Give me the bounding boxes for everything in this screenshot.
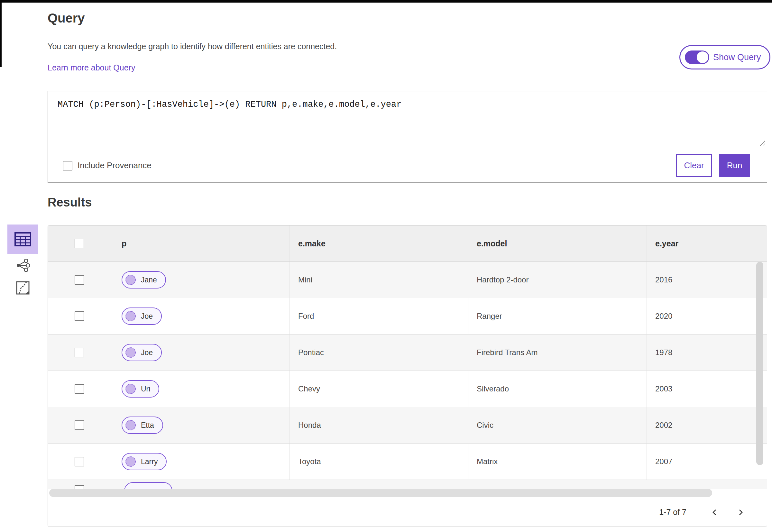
include-provenance-label: Include Provenance bbox=[78, 161, 152, 170]
cell-value: Chevy bbox=[298, 384, 320, 393]
horizontal-scrollbar bbox=[48, 489, 767, 497]
toggle-knob bbox=[697, 51, 708, 63]
column-label: e.year bbox=[655, 239, 678, 248]
entity-name: Larry bbox=[141, 457, 158, 466]
entity-name: Joe bbox=[141, 348, 153, 357]
window-top-edge bbox=[0, 0, 772, 3]
year-cell: 2002 bbox=[647, 407, 767, 443]
clear-button[interactable]: Clear bbox=[676, 154, 712, 177]
table-header-row: p e.make e.model e.year bbox=[48, 225, 767, 262]
table-row: Larry Toyota Matrix 2007 bbox=[48, 444, 767, 480]
entity-cell: Uri bbox=[111, 371, 290, 407]
table-row-partial bbox=[48, 480, 767, 489]
entity-dot-icon bbox=[125, 384, 136, 394]
row-checkbox[interactable] bbox=[75, 311, 84, 321]
model-cell: Ranger bbox=[468, 298, 647, 334]
row-checkbox-cell bbox=[48, 262, 111, 298]
entity-pill[interactable]: Uri bbox=[122, 380, 159, 398]
run-button[interactable]: Run bbox=[719, 154, 750, 177]
year-cell: 2007 bbox=[647, 444, 767, 480]
year-cell: 2020 bbox=[647, 298, 767, 334]
model-cell: Firebird Trans Am bbox=[468, 335, 647, 371]
cell-value: Pontiac bbox=[298, 348, 324, 357]
table-row: Jane Mini Hardtop 2-door 2016 bbox=[48, 262, 767, 298]
cell-value: Toyota bbox=[298, 457, 321, 466]
entity-name: Etta bbox=[141, 421, 154, 430]
map-icon bbox=[16, 281, 30, 295]
table-view-button[interactable] bbox=[7, 225, 38, 254]
make-cell: Mini bbox=[290, 262, 468, 298]
entity-dot-icon bbox=[125, 420, 136, 430]
table-row: Joe Pontiac Firebird Trans Am 1978 bbox=[48, 335, 767, 371]
row-checkbox-cell bbox=[48, 371, 111, 407]
cell-value: Civic bbox=[477, 421, 493, 430]
entity-dot-icon bbox=[125, 347, 136, 358]
column-label: e.make bbox=[298, 239, 326, 248]
learn-more-link[interactable]: Learn more about Query bbox=[48, 63, 135, 72]
map-view-button[interactable] bbox=[7, 277, 38, 299]
model-cell: Silverado bbox=[468, 371, 647, 407]
row-checkbox-cell bbox=[48, 407, 111, 443]
cell-value: 1978 bbox=[655, 348, 672, 357]
year-cell: 1978 bbox=[647, 335, 767, 371]
link-chart-view-button[interactable] bbox=[7, 254, 38, 277]
row-checkbox[interactable] bbox=[75, 275, 84, 285]
row-checkbox[interactable] bbox=[75, 384, 84, 394]
entity-cell: Larry bbox=[111, 444, 290, 480]
entity-pill[interactable]: Joe bbox=[122, 344, 162, 361]
entity-cell: Etta bbox=[111, 407, 290, 443]
cell-value: 2020 bbox=[655, 312, 672, 321]
results-title: Results bbox=[48, 196, 92, 209]
year-cell: 2016 bbox=[647, 262, 767, 298]
cell-value: 2016 bbox=[655, 275, 672, 284]
entity-name: Uri bbox=[141, 385, 150, 393]
results-table: p e.make e.model e.year Jane Mini Hardto… bbox=[48, 225, 767, 527]
show-query-label: Show Query bbox=[713, 52, 761, 62]
toggle-on-icon[interactable] bbox=[685, 50, 709, 64]
previous-page-button[interactable] bbox=[706, 504, 723, 521]
page-title: Query bbox=[48, 11, 85, 25]
cell-value: Ranger bbox=[477, 312, 502, 321]
cell-value: Silverado bbox=[477, 384, 509, 393]
cell-value: 2007 bbox=[655, 457, 672, 466]
entity-dot-icon bbox=[125, 456, 136, 467]
row-checkbox[interactable] bbox=[75, 457, 84, 466]
row-checkbox-cell bbox=[48, 444, 111, 480]
header-col-model[interactable]: e.model bbox=[468, 225, 647, 261]
model-cell: Matrix bbox=[468, 444, 647, 480]
row-checkbox[interactable] bbox=[75, 485, 84, 489]
pagination-range: 1-7 of 7 bbox=[659, 508, 686, 517]
year-cell: 2003 bbox=[647, 371, 767, 407]
entity-pill[interactable]: Larry bbox=[122, 453, 167, 470]
include-provenance-option: Include Provenance bbox=[63, 161, 152, 170]
vertical-scrollbar-thumb[interactable] bbox=[756, 262, 763, 465]
entity-dot-icon bbox=[125, 311, 136, 321]
header-col-year[interactable]: e.year bbox=[647, 225, 767, 261]
include-provenance-checkbox[interactable] bbox=[63, 161, 72, 170]
query-page: Query You can query a knowledge graph to… bbox=[0, 0, 772, 532]
entity-pill[interactable]: Joe bbox=[122, 307, 162, 325]
entity-pill[interactable]: Jane bbox=[122, 271, 166, 289]
query-input[interactable]: MATCH (p:Person)-[:HasVehicle]->(e) RETU… bbox=[48, 91, 767, 148]
cell-value: Hardtop 2-door bbox=[477, 275, 528, 284]
pagination-bar: 1-7 of 7 bbox=[48, 497, 767, 527]
select-all-checkbox[interactable] bbox=[75, 239, 84, 248]
cell-value: 2002 bbox=[655, 421, 672, 430]
show-query-toggle[interactable]: Show Query bbox=[679, 45, 770, 69]
entity-pill[interactable]: Etta bbox=[122, 417, 163, 434]
make-cell: Pontiac bbox=[290, 335, 468, 371]
entity-cell: Joe bbox=[111, 335, 290, 371]
cell-value: 2003 bbox=[655, 384, 672, 393]
header-col-p[interactable]: p bbox=[111, 225, 290, 261]
next-page-button[interactable] bbox=[732, 504, 749, 521]
header-col-make[interactable]: e.make bbox=[290, 225, 468, 261]
horizontal-scrollbar-thumb[interactable] bbox=[49, 489, 712, 497]
query-description: You can query a knowledge graph to ident… bbox=[48, 42, 337, 51]
entity-cell: Joe bbox=[111, 298, 290, 334]
entity-pill[interactable] bbox=[124, 482, 172, 489]
cell-value: Mini bbox=[298, 275, 312, 284]
row-checkbox[interactable] bbox=[75, 420, 84, 430]
row-checkbox-cell bbox=[48, 298, 111, 334]
row-checkbox[interactable] bbox=[75, 348, 84, 357]
cell-value: Firebird Trans Am bbox=[477, 348, 538, 357]
